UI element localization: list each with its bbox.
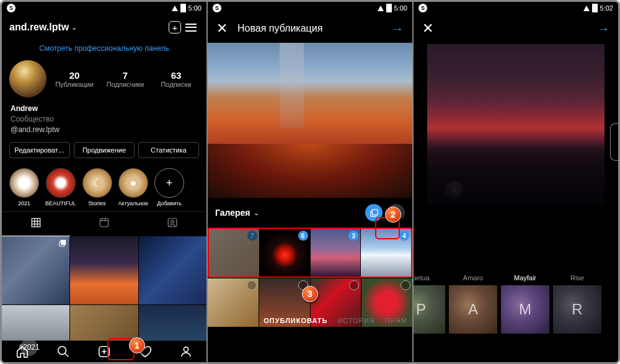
status-bar: S 5:00 bbox=[208, 2, 412, 14]
callout-3: 3 bbox=[302, 286, 318, 302]
close-icon[interactable]: ✕ bbox=[216, 20, 228, 37]
next-button[interactable]: → bbox=[597, 22, 609, 36]
post-thumbnail[interactable] bbox=[70, 305, 138, 340]
post-thumbnail[interactable] bbox=[139, 236, 206, 304]
filter-thumb: M bbox=[501, 285, 549, 334]
next-button[interactable]: → bbox=[391, 22, 404, 36]
chevron-down-icon[interactable]: ⌄ bbox=[71, 24, 77, 32]
svg-rect-5 bbox=[100, 219, 108, 228]
filter-option[interactable]: AmaroA bbox=[447, 274, 499, 334]
carousel-icon bbox=[58, 239, 67, 247]
filter-thumb: R bbox=[553, 285, 601, 334]
svg-point-10 bbox=[171, 221, 174, 224]
clock: 5:00 bbox=[188, 4, 202, 12]
profile-screen: S 5:00 and.rew.lptw ⌄ + Смотреть професс… bbox=[2, 2, 206, 362]
filter-body: petuaP AmaroA MayfairM RiseR bbox=[414, 43, 618, 362]
plus-icon: + bbox=[154, 168, 184, 198]
post-thumbnail[interactable] bbox=[2, 236, 69, 304]
close-icon[interactable]: ✕ bbox=[422, 20, 433, 37]
select-badge: 7 bbox=[247, 231, 257, 241]
filter-option[interactable]: MayfairM bbox=[499, 274, 551, 334]
select-badge: 4 bbox=[399, 231, 409, 241]
thumbnail-grid: 7 6 3 4 ОПУБЛИКОВАТЬ ИСТОРИЯ ПРЯМ bbox=[208, 228, 412, 327]
promote-button[interactable]: Продвижение bbox=[74, 142, 135, 158]
profile-tab[interactable] bbox=[166, 345, 206, 358]
signal-icon bbox=[172, 6, 178, 11]
filter-option[interactable]: RiseR bbox=[551, 274, 603, 334]
shazam-icon: S bbox=[7, 4, 16, 12]
posts-stat[interactable]: 20Публикации bbox=[51, 70, 97, 88]
post-thumbnail[interactable] bbox=[70, 236, 138, 304]
page-title: Новая публикация bbox=[237, 23, 322, 34]
svg-point-22 bbox=[451, 187, 458, 193]
highlight-item[interactable]: ♡BEAUTIFUL bbox=[45, 168, 76, 206]
signal-icon bbox=[378, 6, 384, 11]
svg-rect-9 bbox=[168, 219, 177, 228]
following-stat[interactable]: 63Подписки bbox=[153, 70, 199, 88]
highlight-item[interactable]: ♡2021 bbox=[9, 168, 39, 206]
tab-placeholder[interactable] bbox=[516, 339, 618, 362]
filter-thumb: A bbox=[449, 285, 497, 334]
live-tab[interactable]: ПРЯМ bbox=[385, 317, 407, 324]
profile-header: and.rew.lptw ⌄ + bbox=[2, 14, 206, 40]
publish-tab[interactable]: ОПУБЛИКОВАТЬ bbox=[264, 317, 327, 324]
post-thumbnail[interactable]: ▶ bbox=[2, 305, 69, 340]
select-circle bbox=[247, 280, 257, 290]
menu-button[interactable] bbox=[183, 19, 199, 35]
shazam-icon: S bbox=[213, 4, 221, 12]
highlight-item[interactable]: ☾Stories bbox=[82, 168, 112, 206]
tab-placeholder[interactable] bbox=[414, 339, 516, 362]
bio-category: Сообщество bbox=[11, 114, 198, 125]
reels-tab[interactable] bbox=[70, 212, 138, 236]
gallery-thumb[interactable]: 3 bbox=[311, 229, 361, 277]
bio-handle[interactable]: @and.rew.lptw bbox=[11, 125, 198, 135]
post-header: ✕ Новая публикация → bbox=[208, 14, 412, 43]
edit-preview[interactable] bbox=[427, 44, 604, 205]
tag-people-button[interactable] bbox=[446, 182, 463, 199]
gallery-thumb[interactable]: 7 bbox=[209, 229, 259, 277]
edit-profile-button[interactable]: Редактироват… bbox=[9, 142, 70, 158]
svg-rect-11 bbox=[61, 240, 66, 245]
create-tab[interactable] bbox=[84, 345, 125, 358]
username-dropdown[interactable]: and.rew.lptw bbox=[9, 22, 69, 33]
svg-rect-0 bbox=[32, 219, 40, 228]
insights-button[interactable]: Статистика bbox=[138, 142, 199, 158]
post-thumbnail[interactable] bbox=[139, 305, 206, 340]
profile-bio: Andrew Сообщество @and.rew.lptw #2021 bbox=[2, 101, 206, 137]
new-post-button[interactable]: + bbox=[167, 19, 183, 35]
gallery-thumb[interactable]: 4 bbox=[361, 229, 411, 277]
grid-tab[interactable] bbox=[2, 212, 70, 236]
svg-rect-19 bbox=[372, 209, 378, 215]
tagged-tab[interactable] bbox=[138, 212, 206, 236]
status-bar: S 5:02 bbox=[414, 2, 618, 14]
svg-point-23 bbox=[453, 189, 456, 192]
pro-dashboard-link[interactable]: Смотреть профессиональную панель bbox=[2, 40, 206, 56]
multi-select-button[interactable] bbox=[365, 204, 383, 221]
gallery-dropdown[interactable]: Галерея bbox=[215, 208, 250, 218]
filter-screen: S 5:02 ✕ → petuaP AmaroA MayfairM RiseR bbox=[412, 2, 618, 362]
posts-grid: ▶ bbox=[2, 236, 206, 340]
preview-image[interactable] bbox=[208, 43, 412, 198]
callout-2: 2 bbox=[385, 206, 401, 223]
clock: 5:00 bbox=[394, 4, 407, 12]
avatar[interactable] bbox=[9, 60, 46, 97]
next-image-handle[interactable] bbox=[610, 123, 618, 161]
svg-point-13 bbox=[58, 347, 66, 355]
moon-icon: ☾ bbox=[82, 168, 112, 198]
filter-strip: petuaP AmaroA MayfairM RiseR bbox=[412, 274, 618, 339]
story-tab[interactable]: ИСТОРИЯ bbox=[337, 317, 374, 324]
followers-stat[interactable]: 7Подписчики bbox=[102, 70, 148, 88]
gallery-thumb[interactable] bbox=[208, 278, 259, 327]
gallery-thumb[interactable]: 6 bbox=[260, 229, 310, 277]
add-highlight[interactable]: +Добавить bbox=[154, 168, 184, 206]
chevron-down-icon[interactable]: ⌄ bbox=[254, 209, 259, 217]
home-tab[interactable] bbox=[2, 345, 43, 358]
highlight-item[interactable]: ●Актуальное bbox=[118, 168, 149, 206]
profile-tabs bbox=[2, 211, 206, 236]
search-tab[interactable] bbox=[43, 345, 84, 358]
filter-option[interactable]: petuaP bbox=[412, 274, 447, 334]
filter-header: ✕ → bbox=[414, 14, 618, 43]
status-bar: S 5:00 bbox=[2, 2, 206, 14]
edit-bottom-tabs bbox=[414, 339, 618, 362]
heart-icon: ♡ bbox=[9, 168, 39, 198]
